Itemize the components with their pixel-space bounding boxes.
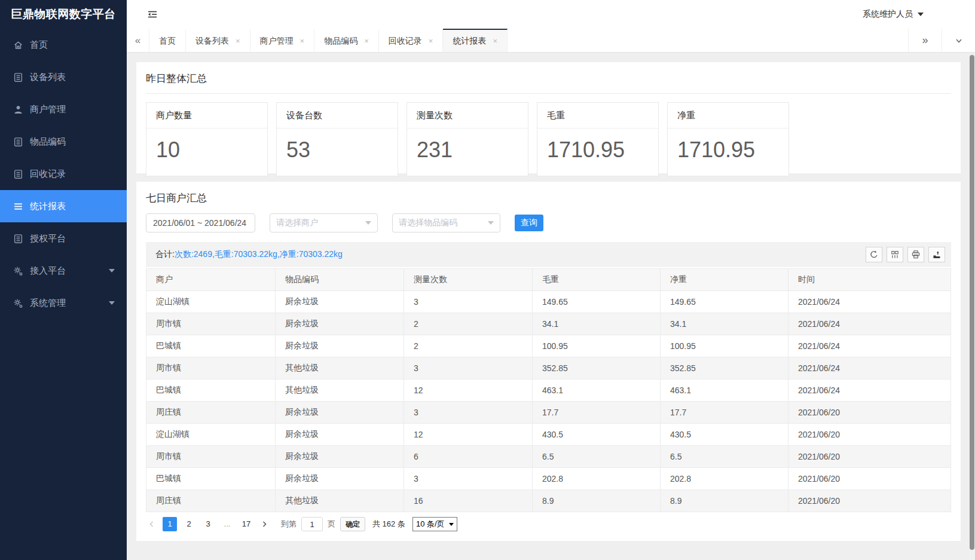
table-row: 巴城镇 厨余垃圾 3 202.8 202.8 2021/06/20 (146, 468, 951, 490)
totals-toolbar: 合计:次数:2469,毛重:70303.22kg,净重:70303.22kg (146, 242, 951, 267)
pagination-page-2[interactable]: 2 (182, 517, 196, 531)
page-size-value: 10 条/页 (416, 519, 445, 530)
cell-measure-count: 3 (404, 402, 533, 424)
yesterday-summary-panel: 昨日整体汇总 商户数量 10 设备台数 53 测量次数 231 毛重 1710.… (136, 62, 961, 173)
cell-time: 2021/06/24 (788, 357, 951, 380)
vertical-scrollbar[interactable] (969, 53, 975, 560)
cell-merchant: 巴城镇 (146, 380, 276, 402)
sidebar-item-merchants[interactable]: 商户管理 (0, 93, 127, 126)
page-size-select[interactable]: 10 条/页 (412, 517, 457, 531)
pagination-page-1[interactable]: 1 (163, 517, 177, 531)
goto-label: 到第 (281, 519, 297, 530)
tab-merchant-management[interactable]: 商户管理 × (250, 29, 315, 52)
cell-net-weight: 17.7 (661, 402, 788, 424)
sidebar-item-authorized-platform[interactable]: 授权平台 (0, 222, 127, 255)
sidebar-item-home[interactable]: 首页 (0, 29, 127, 61)
sidebar-item-system-management[interactable]: 系统管理 (0, 287, 127, 319)
tabs-scroll-right-button[interactable]: » (908, 29, 942, 52)
close-icon[interactable]: × (300, 36, 305, 45)
column-header-gross-weight: 毛重 (533, 269, 661, 291)
table-tool-buttons (866, 247, 945, 262)
user-icon (13, 105, 23, 115)
cell-item-code: 厨余垃圾 (276, 402, 404, 424)
cell-time: 2021/06/20 (788, 446, 951, 468)
sidebar-item-label: 物品编码 (30, 136, 66, 148)
cell-net-weight: 100.95 (661, 335, 788, 357)
close-icon[interactable]: × (429, 36, 433, 45)
goto-page-input[interactable] (301, 517, 323, 531)
pagination-next-button[interactable] (258, 520, 270, 528)
pagination-page-3[interactable]: 3 (201, 517, 215, 531)
pagination-prev-button[interactable] (146, 520, 158, 528)
gear-icon (13, 266, 23, 276)
caret-down-icon (449, 523, 454, 526)
app-logo: 巨鼎物联网数字平台 (0, 0, 127, 29)
caret-down-icon (918, 13, 924, 16)
sidebar-collapse-button[interactable] (147, 9, 158, 20)
tab-label: 商户管理 (260, 36, 294, 47)
close-icon[interactable]: × (236, 36, 240, 45)
tab-device-list[interactable]: 设备列表 × (186, 29, 250, 52)
goto-confirm-button[interactable]: 确定 (340, 517, 365, 531)
cell-item-code: 厨余垃圾 (276, 335, 404, 357)
tab-home[interactable]: 首页 (149, 29, 186, 52)
cell-net-weight: 6.5 (661, 446, 788, 468)
tab-item-codes[interactable]: 物品编码 × (314, 29, 379, 52)
tab-statistics[interactable]: 统计报表 × (443, 29, 508, 52)
menu-icon (13, 201, 23, 212)
close-icon[interactable]: × (493, 36, 497, 45)
tab-recycle-records[interactable]: 回收记录 × (379, 29, 444, 52)
column-header-item-code: 物品编码 (276, 269, 404, 291)
user-menu[interactable]: 系统维护人员 (863, 9, 924, 20)
cell-net-weight: 463.1 (661, 380, 788, 402)
cell-gross-weight: 202.8 (533, 468, 661, 490)
column-header-net-weight: 净重 (661, 269, 788, 291)
close-icon[interactable]: × (364, 36, 369, 45)
tabs-menu-button[interactable] (942, 29, 975, 52)
pagination-page-17[interactable]: 17 (239, 517, 253, 531)
tabs-scroll-left-button[interactable]: « (127, 29, 149, 52)
search-button[interactable]: 查询 (515, 215, 543, 231)
cell-item-code: 其他垃圾 (276, 380, 404, 402)
sidebar-item-label: 回收记录 (30, 169, 66, 180)
list-icon (13, 137, 23, 147)
stat-card-value: 53 (277, 128, 398, 172)
cell-item-code: 其他垃圾 (276, 357, 404, 380)
column-header-time: 时间 (788, 269, 951, 291)
column-header-measure-count: 测量次数 (404, 269, 533, 291)
merchant-select[interactable]: 请选择商户 (270, 213, 378, 232)
stat-card-device-count: 设备台数 53 (276, 102, 398, 176)
sidebar-item-access-platform[interactable]: 接入平台 (0, 255, 127, 287)
print-button[interactable] (907, 247, 924, 262)
refresh-button[interactable] (866, 247, 882, 262)
cell-item-code: 厨余垃圾 (276, 291, 404, 313)
sidebar-item-recycle-records[interactable]: 回收记录 (0, 158, 127, 190)
table-row: 周市镇 厨余垃圾 2 34.1 34.1 2021/06/24 (146, 313, 951, 335)
columns-button[interactable] (887, 247, 903, 262)
stat-card-value: 1710.95 (537, 128, 658, 172)
chevron-down-icon (109, 301, 115, 305)
cell-net-weight: 202.8 (661, 468, 788, 490)
list-icon (13, 234, 23, 244)
sidebar-item-statistics[interactable]: 统计报表 (0, 190, 127, 222)
stat-card-merchant-count: 商户数量 10 (146, 102, 268, 176)
cell-merchant: 淀山湖镇 (146, 291, 276, 313)
sidebar-item-devices[interactable]: 设备列表 (0, 61, 127, 93)
date-range-input[interactable] (146, 213, 255, 232)
export-button[interactable] (928, 247, 945, 262)
stat-card-gross-weight: 毛重 1710.95 (537, 102, 659, 176)
main-content: 昨日整体汇总 商户数量 10 设备台数 53 测量次数 231 毛重 1710.… (127, 53, 975, 560)
sidebar-item-item-codes[interactable]: 物品编码 (0, 126, 127, 158)
cell-gross-weight: 352.85 (533, 357, 661, 380)
sidebar-item-label: 系统管理 (30, 298, 66, 309)
cell-measure-count: 16 (404, 490, 533, 512)
cell-time: 2021/06/24 (788, 335, 951, 357)
tab-label: 回收记录 (389, 36, 422, 47)
table-row: 周庄镇 其他垃圾 16 8.9 8.9 2021/06/20 (146, 490, 951, 512)
sidebar-item-label: 统计报表 (30, 201, 66, 212)
scrollbar-thumb[interactable] (970, 55, 974, 550)
cell-net-weight: 430.5 (661, 424, 788, 446)
item-code-select[interactable]: 请选择物品编码 (392, 213, 500, 232)
report-table: 商户 物品编码 测量次数 毛重 净重 时间 淀山湖镇 厨余垃圾 3 149.65… (146, 268, 951, 512)
printer-icon (911, 250, 921, 259)
